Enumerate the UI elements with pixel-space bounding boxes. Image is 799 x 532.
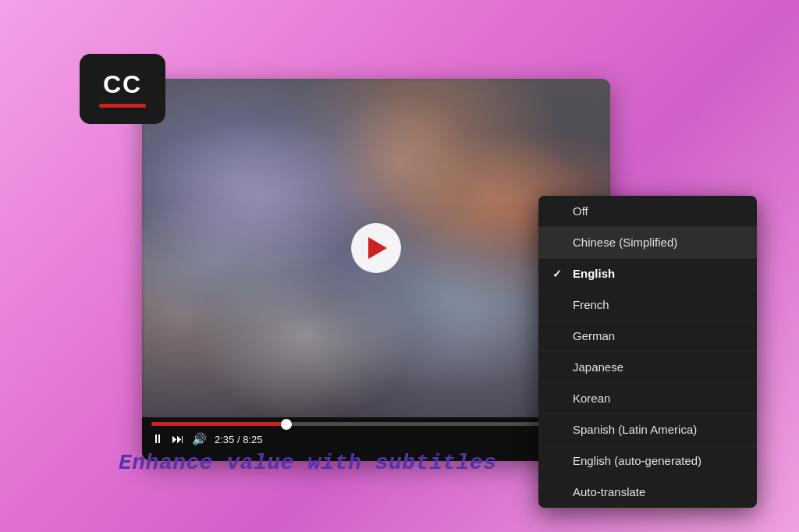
check-french: [552, 299, 565, 311]
subtitle-label-spanish-la: Spanish (Latin America): [573, 423, 697, 436]
subtitle-label-french: French: [573, 298, 609, 311]
subtitle-option-french[interactable]: French: [538, 289, 757, 321]
subtitle-label-off: Off: [573, 204, 588, 218]
subtitle-label-german: German: [573, 329, 615, 342]
check-auto-translate: [552, 486, 565, 498]
check-english: ✓: [552, 268, 565, 280]
check-english-auto: [552, 455, 565, 467]
subtitle-label-auto-translate: Auto-translate: [573, 485, 645, 498]
pause-icon: ⏸: [151, 432, 164, 446]
subtitle-label-english-auto: English (auto-generated): [573, 454, 701, 467]
subtitle-label-japanese: Japanese: [573, 360, 623, 374]
volume-button[interactable]: 🔊: [192, 432, 207, 446]
cc-logo-underline: [99, 104, 146, 108]
next-button[interactable]: ⏭: [172, 432, 184, 446]
subtitle-option-off[interactable]: Off: [538, 196, 757, 227]
check-korean: [552, 392, 565, 405]
tagline-text: Enhance value with subtitles: [119, 451, 496, 475]
progress-thumb: [281, 419, 292, 430]
subtitle-option-chinese-simplified[interactable]: Chinese (Simplified): [538, 227, 757, 258]
check-off: [552, 205, 565, 218]
subtitle-label-english: English: [573, 267, 615, 280]
subtitle-option-german[interactable]: German: [538, 321, 757, 352]
controls-row: ⏸ ⏭ 🔊 2:35 / 8:25: [151, 432, 601, 446]
subtitle-dropdown: Off Chinese (Simplified) ✓ English Frenc…: [538, 196, 757, 508]
play-button[interactable]: [351, 223, 401, 273]
subtitle-option-korean[interactable]: Korean: [538, 383, 757, 414]
time-display: 2:35 / 8:25: [215, 434, 262, 445]
subtitle-option-english[interactable]: ✓ English: [538, 258, 757, 289]
tagline: Enhance value with subtitles: [119, 451, 496, 475]
progress-fill: [151, 422, 286, 426]
play-triangle-icon: [368, 237, 387, 259]
subtitle-option-english-auto[interactable]: English (auto-generated): [538, 445, 757, 477]
pause-button[interactable]: ⏸: [151, 432, 164, 446]
check-german: [552, 330, 565, 342]
progress-bar[interactable]: [151, 422, 601, 426]
next-icon: ⏭: [172, 432, 184, 446]
subtitle-label-korean: Korean: [573, 392, 610, 405]
volume-icon: 🔊: [192, 432, 207, 446]
check-spanish-la: [552, 424, 565, 436]
subtitle-option-japanese[interactable]: Japanese: [538, 352, 757, 383]
check-chinese: [552, 236, 565, 249]
cc-logo: CC: [80, 54, 165, 124]
subtitle-option-spanish-la[interactable]: Spanish (Latin America): [538, 414, 757, 445]
check-japanese: [552, 361, 565, 374]
subtitle-option-auto-translate[interactable]: Auto-translate: [538, 477, 757, 508]
subtitle-label-chinese-simplified: Chinese (Simplified): [573, 236, 677, 249]
main-container: CC ⏸ ⏭ 🔊: [56, 40, 743, 492]
cc-logo-text: CC: [103, 70, 142, 99]
